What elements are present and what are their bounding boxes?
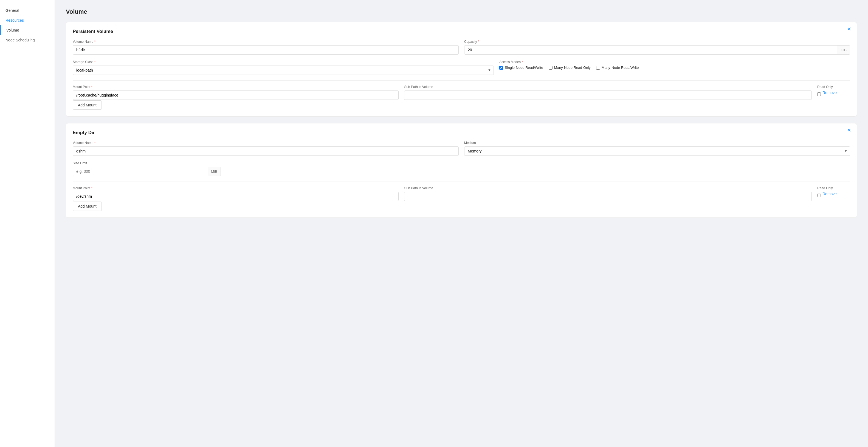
pv-capacity-input[interactable] [464,45,837,54]
empty-dir-card: Empty Dir ✕ Volume Name Medium Memory Hu… [66,123,857,218]
ed-volume-name-input[interactable] [73,147,459,156]
ed-mount-point-label: Mount Point [73,186,399,190]
ed-remove-link[interactable]: Remove [823,192,837,199]
ed-size-limit-unit: MiB [208,167,221,176]
pv-capacity-input-wrapper: GiB [464,45,850,55]
pv-row-1: Volume Name Capacity GiB [73,40,850,55]
sidebar-item-general[interactable]: General [0,5,55,15]
persistent-volume-card: Persistent Volume ✕ Volume Name Capacity… [66,22,857,117]
ed-volume-name-label: Volume Name [73,141,459,145]
ed-mount-actions: Add Mount [73,201,850,211]
ed-medium-select-wrapper: Memory HugePages ▼ [464,147,850,156]
pv-mount-row: Mount Point Sub Path in Volume Read Only… [73,85,850,100]
pv-read-only-col: Read Only Remove [817,85,850,100]
pv-access-mode-3-checkbox[interactable] [596,66,600,70]
pv-add-mount-button[interactable]: Add Mount [73,100,102,110]
ed-size-limit-input[interactable] [73,167,208,176]
ed-sub-path-col: Sub Path in Volume [404,186,812,201]
ed-row-2: Size Limit MiB [73,161,850,176]
pv-mount-point-input[interactable] [73,91,399,100]
pv-access-mode-1-checkbox[interactable] [499,66,503,70]
sidebar-item-volume[interactable]: Volume [0,25,55,35]
pv-access-mode-3[interactable]: Many-Node Read/Write [596,66,639,70]
resources-link[interactable]: Resources [5,18,24,23]
pv-storage-class-label: Storage Class [73,60,494,64]
ed-mount-section: Mount Point Sub Path in Volume Read Only… [73,186,850,211]
sidebar-item-resources[interactable]: Resources [0,15,55,25]
ed-sub-path-label: Sub Path in Volume [404,186,812,190]
ed-read-only-label: Read Only [817,186,850,190]
pv-capacity-group: Capacity GiB [464,40,850,55]
pv-read-only-checkbox[interactable] [817,92,821,96]
pv-access-mode-1[interactable]: Single-Node Read/Write [499,66,543,70]
pv-access-modes-group: Access Modes Single-Node Read/Write Many… [499,60,850,75]
ed-sub-path-input[interactable] [404,192,812,201]
pv-access-mode-1-label: Single-Node Read/Write [505,66,543,70]
pv-mount-section: Mount Point Sub Path in Volume Read Only… [73,85,850,110]
pv-row-2: Storage Class local-path standard gp2 ▼ … [73,60,850,75]
pv-mount-actions: Add Mount [73,100,850,110]
ed-size-limit-label: Size Limit [73,161,221,165]
pv-sub-path-label: Sub Path in Volume [404,85,812,89]
pv-volume-name-group: Volume Name [73,40,459,55]
ed-mount-row: Mount Point Sub Path in Volume Read Only… [73,186,850,201]
ed-medium-label: Medium [464,141,850,145]
ed-read-only-checkbox[interactable] [817,194,821,197]
persistent-volume-close-button[interactable]: ✕ [847,27,851,32]
pv-volume-name-label: Volume Name [73,40,459,43]
pv-sub-path-input[interactable] [404,91,812,100]
pv-access-mode-2-checkbox[interactable] [549,66,553,70]
main-content: Volume Persistent Volume ✕ Volume Name C… [55,0,868,447]
ed-size-limit-input-wrapper: MiB [73,167,221,176]
pv-access-mode-3-label: Many-Node Read/Write [601,66,639,70]
ed-mount-point-col: Mount Point [73,186,399,201]
persistent-volume-title: Persistent Volume [73,29,850,34]
ed-volume-name-group: Volume Name [73,141,459,156]
pv-read-only-label: Read Only [817,85,850,89]
app-layout: General Resources Volume Node Scheduling… [0,0,868,447]
pv-mount-point-col: Mount Point [73,85,399,100]
pv-access-mode-2-label: Many-Node Read-Only [554,66,591,70]
sidebar: General Resources Volume Node Scheduling [0,0,55,447]
pv-capacity-unit: GiB [837,45,850,54]
ed-size-limit-group: Size Limit MiB [73,161,221,176]
sidebar-item-node-scheduling[interactable]: Node Scheduling [0,35,55,45]
ed-add-mount-button[interactable]: Add Mount [73,201,102,211]
pv-storage-class-select-wrapper: local-path standard gp2 ▼ [73,66,494,75]
ed-divider [73,182,850,182]
pv-mount-point-label: Mount Point [73,85,399,89]
pv-storage-class-group: Storage Class local-path standard gp2 ▼ [73,60,494,75]
pv-access-mode-2[interactable]: Many-Node Read-Only [549,66,591,70]
pv-storage-class-select[interactable]: local-path standard gp2 [73,66,494,75]
ed-medium-select[interactable]: Memory HugePages [464,147,850,156]
ed-read-only-check: Remove [817,192,850,201]
ed-mount-point-input[interactable] [73,192,399,201]
empty-dir-close-button[interactable]: ✕ [847,128,851,133]
pv-sub-path-col: Sub Path in Volume [404,85,812,100]
page-title: Volume [66,8,857,15]
pv-volume-name-input[interactable] [73,45,459,55]
pv-read-only-check: Remove [817,91,850,100]
pv-capacity-label: Capacity [464,40,850,43]
pv-access-modes-label: Access Modes [499,60,850,64]
ed-row-1: Volume Name Medium Memory HugePages ▼ [73,141,850,156]
pv-access-modes-checkboxes: Single-Node Read/Write Many-Node Read-On… [499,66,850,70]
ed-medium-group: Medium Memory HugePages ▼ [464,141,850,156]
pv-remove-link[interactable]: Remove [823,91,837,98]
empty-dir-title: Empty Dir [73,130,850,135]
ed-read-only-col: Read Only Remove [817,186,850,201]
